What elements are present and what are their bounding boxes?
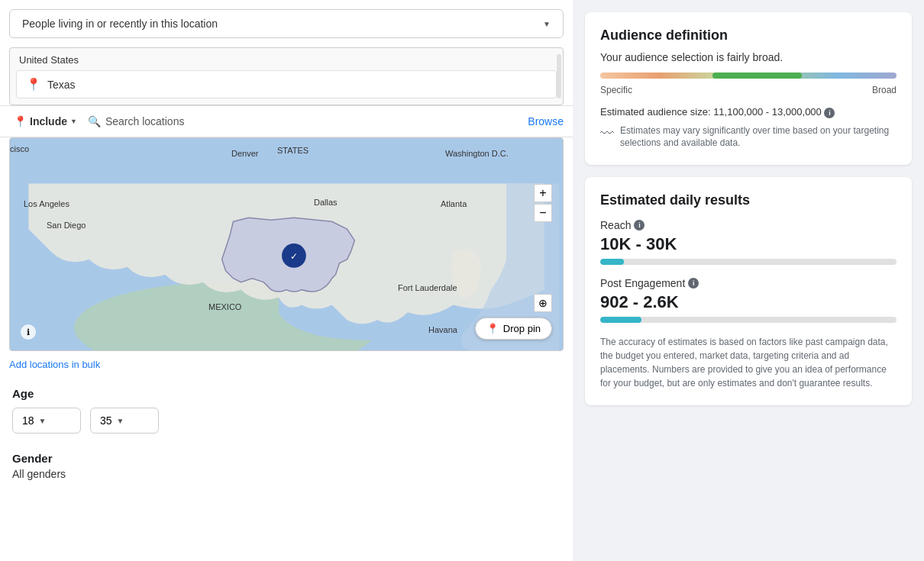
audience-card: Audience definition Your audience select… [585,12,912,165]
breadth-labels: Specific Broad [600,85,897,95]
age-section: Age 18 ▼ 35 ▼ [0,378,573,443]
engagement-value: 902 - 2.6K [600,292,897,312]
zoom-out-button[interactable]: − [534,204,552,222]
left-panel: People living in or recently in this loc… [0,0,573,561]
search-locations[interactable]: 🔍 Search locations [88,115,522,127]
location-dropdown-label: People living in or recently in this loc… [22,18,218,30]
age-min-value: 18 [22,414,34,427]
zoom-in-button[interactable]: + [534,184,552,202]
map-background: ✓ cisco Denver STATES Washington D.C. Lo… [10,138,563,350]
search-placeholder: Search locations [105,115,185,127]
age-min-select[interactable]: 18 ▼ [12,408,81,434]
breadth-bar-bg [600,73,897,79]
include-button[interactable]: 📍 Include ▼ [9,112,82,131]
chevron-down-icon: ▼ [543,20,551,28]
gender-label: Gender [12,452,561,465]
reach-bar [600,259,897,265]
include-label: Include [30,115,67,127]
drop-pin-icon: 📍 [486,323,499,334]
country-label: United States [16,54,557,66]
locate-button[interactable]: ⊕ [534,294,552,312]
age-min-chevron-icon: ▼ [39,417,47,425]
location-list-box: United States 📍 Texas [9,47,564,105]
audience-size-info-icon[interactable]: i [824,108,835,118]
specific-label: Specific [600,85,632,95]
breadth-bar-fill [712,73,801,79]
map-info-button[interactable]: ℹ [21,324,36,340]
add-locations-link[interactable]: Add locations in bulk [9,359,100,370]
reach-label-text: Reach [600,219,631,231]
estimates-text: Estimates may vary significantly over ti… [620,124,897,150]
age-max-chevron-icon: ▼ [117,417,124,425]
reach-bar-fill [600,259,624,265]
engagement-info-icon[interactable]: i [688,278,699,289]
engagement-label: Post Engagement i [600,277,897,289]
gender-section: Gender All genders [0,443,573,489]
breadth-bar [600,73,897,79]
location-item-texas[interactable]: 📍 Texas [16,70,557,98]
reach-label: Reach i [600,219,897,231]
right-panel: Audience definition Your audience select… [573,0,924,561]
age-row: 18 ▼ 35 ▼ [12,408,561,434]
estimates-row: 〰 Estimates may vary significantly over … [600,124,897,150]
gender-value: All genders [12,468,561,480]
daily-results-card: Estimated daily results Reach i 10K - 30… [585,177,912,405]
location-item-label: Texas [47,79,76,91]
audience-card-title: Audience definition [600,27,897,44]
reach-value: 10K - 30K [600,234,897,254]
drop-pin-button[interactable]: 📍 Drop pin [475,318,552,340]
disclaimer-text: The accuracy of estimates is based on fa… [600,335,897,390]
age-label: Age [12,387,561,400]
age-max-select[interactable]: 35 ▼ [90,408,159,434]
map-container[interactable]: ✓ cisco Denver STATES Washington D.C. Lo… [9,137,564,351]
include-bar: 📍 Include ▼ 🔍 Search locations Browse [0,105,573,137]
drop-pin-label: Drop pin [503,323,541,334]
audience-description: Your audience selection is fairly broad. [600,51,897,63]
location-dropdown[interactable]: People living in or recently in this loc… [9,9,564,38]
reach-info-icon[interactable]: i [634,220,645,231]
audience-size: Estimated audience size: 11,100,000 - 13… [600,106,897,118]
engagement-bar-fill [600,317,641,323]
age-max-value: 35 [100,414,112,427]
include-pin-icon: 📍 [14,115,27,127]
scrollbar[interactable] [557,54,561,98]
daily-results-title: Estimated daily results [600,192,897,208]
browse-button[interactable]: Browse [528,115,564,127]
search-icon: 🔍 [88,115,101,127]
estimates-chart-icon: 〰 [600,126,614,142]
pin-icon: 📍 [26,77,41,92]
audience-size-text: Estimated audience size: 11,100,000 - 13… [600,106,822,118]
broad-label: Broad [872,85,897,95]
svg-text:✓: ✓ [290,251,298,262]
include-chevron-icon: ▼ [70,118,77,125]
engagement-bar [600,317,897,323]
engagement-label-text: Post Engagement [600,277,685,289]
